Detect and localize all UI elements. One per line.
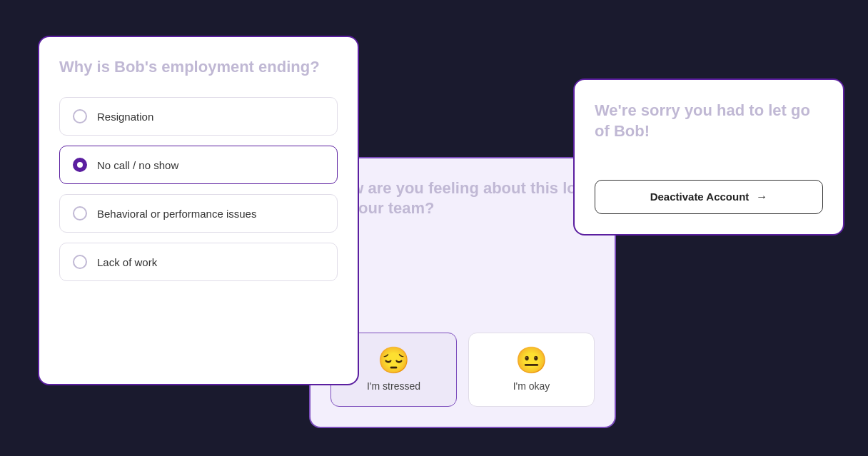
deactivate-account-button[interactable]: Deactivate Account →: [595, 180, 823, 214]
feeling-okay-label: I'm okay: [513, 380, 550, 392]
radio-resignation: [73, 109, 87, 123]
card-employment-title: Why is Bob's employment ending?: [59, 57, 338, 78]
card-deactivate: We're sorry you had to let go of Bob! De…: [573, 78, 844, 235]
radio-behavioral: [73, 206, 87, 221]
radio-no-call: [73, 158, 87, 172]
option-behavioral-label: Behavioral or performance issues: [97, 208, 256, 220]
emoji-stressed: 😔: [378, 348, 410, 373]
option-lack-of-work[interactable]: Lack of work: [59, 243, 338, 281]
deactivate-button-label: Deactivate Account: [650, 191, 750, 203]
employment-options: Resignation No call / no show Behavioral…: [59, 97, 338, 281]
feeling-stressed-label: I'm stressed: [367, 380, 420, 392]
card-deactivate-title: We're sorry you had to let go of Bob!: [595, 100, 823, 142]
scene: Why is Bob's employment ending? Resignat…: [24, 21, 844, 435]
arrow-icon: →: [756, 191, 767, 203]
option-resignation[interactable]: Resignation: [59, 97, 338, 136]
emoji-okay: 😐: [515, 348, 547, 373]
option-no-call[interactable]: No call / no show: [59, 146, 338, 184]
radio-lack-of-work: [73, 255, 87, 269]
feeling-okay[interactable]: 😐 I'm okay: [468, 333, 595, 407]
option-behavioral[interactable]: Behavioral or performance issues: [59, 194, 338, 233]
option-lack-of-work-label: Lack of work: [97, 256, 157, 268]
option-no-call-label: No call / no show: [97, 159, 178, 171]
card-feeling-title: How are you feeling about this loss to y…: [330, 178, 595, 219]
option-resignation-label: Resignation: [97, 111, 153, 123]
feeling-options: 😔 I'm stressed 😐 I'm okay: [330, 333, 595, 407]
card-employment: Why is Bob's employment ending? Resignat…: [38, 36, 359, 385]
